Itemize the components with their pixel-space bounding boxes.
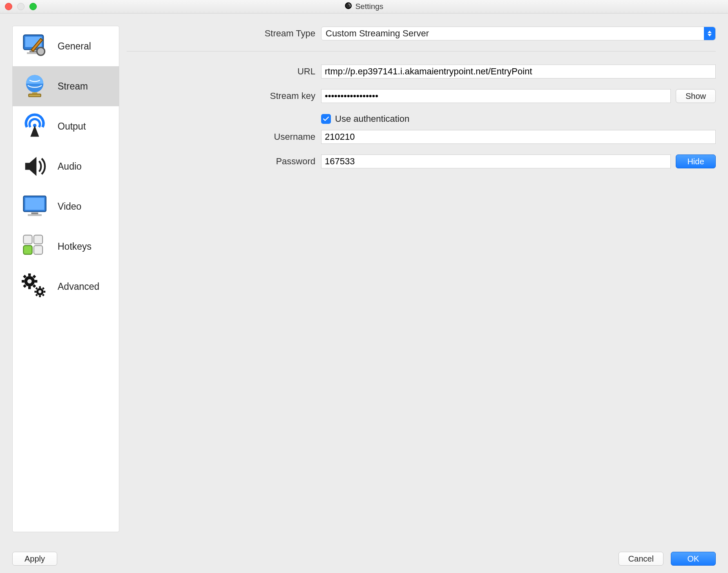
sidebar-item-label: Stream xyxy=(58,81,88,92)
apply-button[interactable]: Apply xyxy=(12,552,57,566)
svg-line-39 xyxy=(42,288,44,289)
svg-rect-16 xyxy=(28,214,42,216)
use-authentication-checkbox[interactable]: Use authentication xyxy=(321,114,409,124)
svg-rect-20 xyxy=(34,246,42,254)
select-arrows-icon xyxy=(704,27,715,40)
window-controls xyxy=(5,3,37,10)
url-input[interactable] xyxy=(321,65,716,78)
sidebar-item-video[interactable]: Video xyxy=(13,186,119,226)
svg-marker-12 xyxy=(30,125,39,137)
svg-rect-18 xyxy=(34,235,42,244)
window-title-wrap: Settings xyxy=(345,2,384,11)
sidebar-item-hotkeys[interactable]: Hotkeys xyxy=(13,226,119,266)
svg-point-30 xyxy=(27,279,32,284)
monitor-tools-icon xyxy=(18,32,52,60)
window-minimize-button[interactable] xyxy=(17,3,25,10)
use-authentication-label: Use authentication xyxy=(335,114,409,124)
url-label: URL xyxy=(127,66,321,77)
svg-point-40 xyxy=(38,290,41,293)
svg-line-37 xyxy=(42,294,44,295)
gears-advanced-icon xyxy=(18,273,52,300)
keyboard-hotkeys-icon xyxy=(18,233,52,260)
stream-type-value: Custom Streaming Server xyxy=(326,28,429,39)
monitor-video-icon xyxy=(18,192,52,220)
stream-type-select[interactable]: Custom Streaming Server xyxy=(321,27,716,40)
window-zoom-button[interactable] xyxy=(29,3,37,10)
svg-line-29 xyxy=(33,275,35,277)
sidebar-item-label: Advanced xyxy=(58,281,99,292)
stream-type-label: Stream Type xyxy=(127,28,321,39)
ok-button[interactable]: OK xyxy=(671,552,716,566)
settings-panel: Stream Type Custom Streaming Server URL … xyxy=(127,26,716,532)
svg-line-38 xyxy=(36,294,37,295)
globe-stream-icon xyxy=(18,72,52,100)
sidebar-item-label: Hotkeys xyxy=(58,241,92,252)
stream-key-label: Stream key xyxy=(127,91,321,101)
titlebar: Settings xyxy=(0,0,728,13)
stream-key-input[interactable] xyxy=(321,89,671,103)
svg-rect-19 xyxy=(23,246,32,254)
sidebar-item-label: Audio xyxy=(58,161,82,172)
divider xyxy=(127,51,716,51)
speaker-audio-icon xyxy=(18,152,52,180)
sidebar: General Stream xyxy=(12,26,119,532)
sidebar-item-output[interactable]: Output xyxy=(13,106,119,146)
username-label: Username xyxy=(127,132,321,142)
show-stream-key-button[interactable]: Show xyxy=(676,89,716,103)
sidebar-item-audio[interactable]: Audio xyxy=(13,146,119,186)
svg-line-28 xyxy=(24,285,25,287)
sidebar-item-label: Video xyxy=(58,201,81,212)
sidebar-item-general[interactable]: General xyxy=(13,26,119,66)
sidebar-item-label: Output xyxy=(58,121,86,132)
footer: Apply Cancel OK xyxy=(0,544,728,573)
svg-rect-17 xyxy=(23,235,32,244)
svg-rect-15 xyxy=(31,213,38,214)
sidebar-item-advanced[interactable]: Advanced xyxy=(13,266,119,307)
sidebar-item-label: General xyxy=(58,41,91,52)
svg-line-36 xyxy=(36,288,37,289)
password-label: Password xyxy=(127,156,321,167)
obs-icon xyxy=(345,2,352,11)
window-title: Settings xyxy=(355,2,384,11)
svg-line-26 xyxy=(24,275,25,277)
svg-rect-14 xyxy=(25,198,45,210)
cancel-button[interactable]: Cancel xyxy=(619,552,663,566)
svg-line-27 xyxy=(33,285,35,287)
password-input[interactable] xyxy=(321,154,671,168)
svg-point-6 xyxy=(37,47,45,55)
antenna-output-icon xyxy=(18,112,52,140)
hide-password-button[interactable]: Hide xyxy=(676,154,716,168)
username-input[interactable] xyxy=(321,130,716,144)
svg-rect-10 xyxy=(29,94,41,96)
checkmark-icon xyxy=(321,114,331,124)
window-close-button[interactable] xyxy=(5,3,12,10)
sidebar-item-stream[interactable]: Stream xyxy=(13,66,119,106)
